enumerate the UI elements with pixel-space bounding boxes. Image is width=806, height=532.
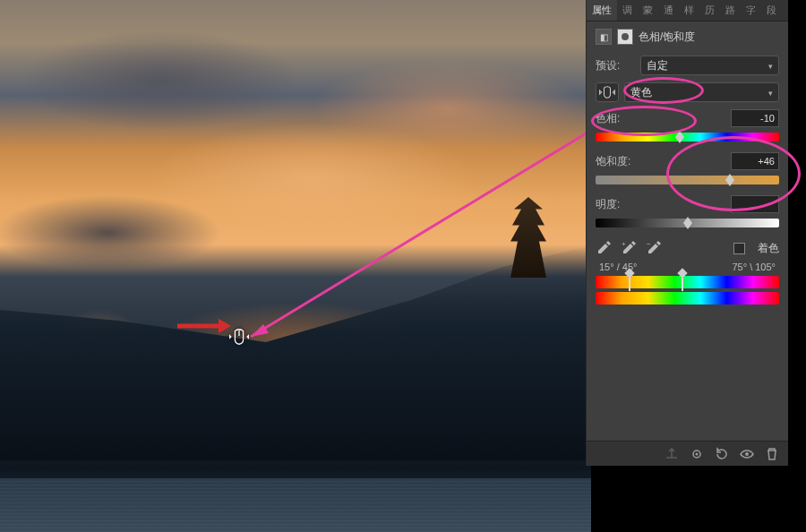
layer-mask-icon[interactable] (617, 29, 633, 45)
hue-slider[interactable] (596, 133, 779, 142)
tab-history[interactable]: 历 (699, 0, 720, 21)
panel-footer (587, 441, 788, 466)
saturation-slider[interactable] (596, 176, 779, 184)
lightness-row: 明度: (587, 192, 788, 217)
image-canvas[interactable] (0, 0, 591, 532)
annotation-arrow-red (177, 317, 231, 335)
colorize-checkbox[interactable] (733, 243, 745, 254)
hue-range-bar-bottom (596, 292, 779, 305)
hue-input[interactable] (731, 109, 779, 127)
chevron-down-icon: ▾ (768, 62, 773, 71)
eyedropper-row: + − 着色 (587, 235, 788, 262)
preset-select[interactable]: 自定 ▾ (640, 56, 779, 75)
svg-point-8 (696, 452, 699, 455)
colorize-label: 着色 (758, 241, 779, 256)
adjustment-title-row: ◧ 色相/饱和度 (587, 21, 788, 52)
pagoda-silhouette (510, 197, 546, 278)
tab-channel[interactable]: 通 (658, 0, 679, 21)
saturation-row: 饱和度: (587, 149, 788, 174)
preset-label: 预设: (596, 58, 635, 73)
tab-mask[interactable]: 蒙 (638, 0, 658, 21)
scrubby-tool-button[interactable] (596, 82, 619, 102)
panel-tabs: 属性 调 蒙 通 样 历 路 字 段 (587, 0, 788, 21)
lightness-label: 明度: (596, 197, 635, 212)
tab-path[interactable]: 路 (720, 0, 741, 21)
eyedropper-minus-icon[interactable]: − (646, 240, 662, 256)
hue-range-right: 75° \ 105° (732, 262, 776, 272)
svg-text:+: + (622, 240, 626, 248)
clip-to-layer-icon (665, 447, 679, 461)
lightness-input[interactable] (731, 195, 779, 213)
trash-icon[interactable] (765, 447, 779, 461)
svg-text:−: − (647, 240, 651, 248)
color-range-row: 黄色 ▾ (587, 79, 788, 106)
visibility-icon[interactable] (740, 447, 754, 461)
hue-range-handles[interactable] (629, 273, 684, 291)
scrubby-cursor-icon (229, 328, 249, 346)
tab-para[interactable]: 段 (761, 0, 782, 21)
lightness-slider-thumb[interactable] (683, 217, 692, 229)
color-range-select[interactable]: 黄色 ▾ (624, 82, 779, 102)
eyedropper-icon[interactable] (596, 240, 612, 256)
eyedropper-plus-icon[interactable]: + (621, 240, 637, 256)
view-previous-icon[interactable] (690, 447, 704, 461)
water-layer (0, 478, 591, 532)
hue-label: 色相: (596, 111, 635, 126)
adjustment-type-icon: ◧ (596, 29, 612, 45)
hue-range-labels: 15° / 45° 75° \ 105° (587, 262, 788, 272)
preset-row: 预设: 自定 ▾ (587, 52, 788, 79)
svg-point-9 (745, 452, 749, 456)
saturation-input[interactable] (731, 152, 779, 170)
preset-value: 自定 (647, 58, 668, 73)
properties-panel: 属性 调 蒙 通 样 历 路 字 段 ◧ 色相/饱和度 预设: 自定 ▾ 黄色 … (586, 0, 788, 466)
lightness-slider[interactable] (596, 219, 779, 227)
tab-properties[interactable]: 属性 (587, 0, 617, 21)
hue-slider-thumb[interactable] (675, 131, 684, 143)
hue-range-bar-top[interactable] (596, 276, 779, 288)
tab-char[interactable]: 字 (741, 0, 761, 21)
tab-adjust[interactable]: 调 (617, 0, 638, 21)
reset-icon[interactable] (715, 447, 729, 461)
tab-style[interactable]: 样 (679, 0, 699, 21)
saturation-slider-thumb[interactable] (725, 174, 734, 186)
adjustment-title: 色相/饱和度 (639, 30, 695, 45)
hue-row: 色相: (587, 106, 788, 131)
saturation-label: 饱和度: (596, 154, 635, 169)
chevron-down-icon: ▾ (768, 89, 773, 98)
color-range-value: 黄色 (630, 85, 652, 100)
